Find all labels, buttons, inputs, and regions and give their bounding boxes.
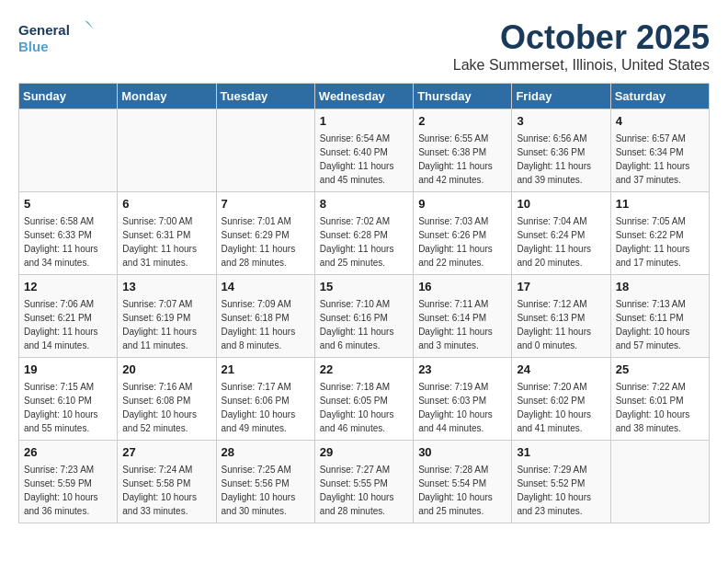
day-info: Sunrise: 7:07 AM Sunset: 6:19 PM Dayligh… [122,297,210,352]
calendar-cell: 16Sunrise: 7:11 AM Sunset: 6:14 PM Dayli… [414,275,512,358]
day-info: Sunrise: 7:04 AM Sunset: 6:24 PM Dayligh… [517,214,605,270]
column-header-thursday: Thursday [414,84,512,109]
calendar-cell: 13Sunrise: 7:07 AM Sunset: 6:19 PM Dayli… [118,275,216,358]
page-header: General Blue October 2025 Lake Summerset… [18,18,710,74]
calendar-cell [118,109,216,192]
day-info: Sunrise: 7:06 AM Sunset: 6:21 PM Dayligh… [24,297,112,352]
day-info: Sunrise: 7:22 AM Sunset: 6:01 PM Dayligh… [616,380,704,435]
day-info: Sunrise: 7:03 AM Sunset: 6:26 PM Dayligh… [418,214,506,270]
column-header-monday: Monday [118,84,216,109]
calendar-cell: 7Sunrise: 7:01 AM Sunset: 6:29 PM Daylig… [216,192,314,275]
calendar-cell: 15Sunrise: 7:10 AM Sunset: 6:16 PM Dayli… [314,275,413,358]
day-number: 18 [616,279,704,295]
calendar-week-1: 1Sunrise: 6:54 AM Sunset: 6:40 PM Daylig… [19,109,710,192]
day-number: 22 [320,362,408,378]
day-number: 11 [616,196,704,213]
calendar-table: SundayMondayTuesdayWednesdayThursdayFrid… [18,83,710,523]
svg-text:General: General [18,22,70,38]
calendar-cell: 3Sunrise: 6:56 AM Sunset: 6:36 PM Daylig… [512,109,610,192]
calendar-cell: 10Sunrise: 7:04 AM Sunset: 6:24 PM Dayli… [512,192,610,275]
day-number: 23 [418,362,506,378]
day-number: 1 [320,113,408,130]
column-header-wednesday: Wednesday [314,84,413,109]
day-number: 28 [222,444,310,461]
day-info: Sunrise: 7:02 AM Sunset: 6:28 PM Dayligh… [320,214,408,270]
calendar-cell [19,109,118,192]
calendar-cell: 26Sunrise: 7:23 AM Sunset: 5:59 PM Dayli… [19,441,118,523]
calendar-cell: 4Sunrise: 6:57 AM Sunset: 6:34 PM Daylig… [610,109,709,192]
calendar-cell: 22Sunrise: 7:18 AM Sunset: 6:05 PM Dayli… [314,358,413,441]
day-number: 13 [122,279,210,295]
calendar-cell: 14Sunrise: 7:09 AM Sunset: 6:18 PM Dayli… [216,275,314,358]
calendar-week-3: 12Sunrise: 7:06 AM Sunset: 6:21 PM Dayli… [19,275,710,358]
day-number: 10 [517,196,605,213]
day-number: 16 [418,279,506,295]
calendar-cell: 24Sunrise: 7:20 AM Sunset: 6:02 PM Dayli… [512,358,610,441]
calendar-cell: 27Sunrise: 7:24 AM Sunset: 5:58 PM Dayli… [118,441,216,523]
day-info: Sunrise: 7:27 AM Sunset: 5:55 PM Dayligh… [320,463,408,518]
day-info: Sunrise: 6:58 AM Sunset: 6:33 PM Dayligh… [24,214,112,270]
day-number: 19 [24,362,112,378]
day-number: 4 [616,113,704,130]
calendar-cell: 19Sunrise: 7:15 AM Sunset: 6:10 PM Dayli… [19,358,118,441]
day-number: 14 [222,279,310,295]
day-info: Sunrise: 7:11 AM Sunset: 6:14 PM Dayligh… [418,297,506,352]
calendar-cell: 23Sunrise: 7:19 AM Sunset: 6:03 PM Dayli… [414,358,512,441]
calendar-cell: 1Sunrise: 6:54 AM Sunset: 6:40 PM Daylig… [314,109,413,192]
day-info: Sunrise: 7:10 AM Sunset: 6:16 PM Dayligh… [320,297,408,352]
day-info: Sunrise: 6:55 AM Sunset: 6:38 PM Dayligh… [418,132,506,187]
calendar-cell [610,441,709,523]
day-info: Sunrise: 6:57 AM Sunset: 6:34 PM Dayligh… [616,132,704,187]
calendar-cell: 17Sunrise: 7:12 AM Sunset: 6:13 PM Dayli… [512,275,610,358]
column-header-friday: Friday [512,84,610,109]
day-number: 12 [24,279,112,295]
logo-icon: General Blue [18,18,101,59]
day-info: Sunrise: 7:01 AM Sunset: 6:29 PM Dayligh… [222,214,310,270]
calendar-cell: 31Sunrise: 7:29 AM Sunset: 5:52 PM Dayli… [512,441,610,523]
calendar-cell: 21Sunrise: 7:17 AM Sunset: 6:06 PM Dayli… [216,358,314,441]
column-header-sunday: Sunday [19,84,118,109]
day-number: 3 [517,113,605,130]
day-info: Sunrise: 7:28 AM Sunset: 5:54 PM Dayligh… [418,463,506,518]
day-info: Sunrise: 7:19 AM Sunset: 6:03 PM Dayligh… [418,380,506,435]
calendar-cell: 29Sunrise: 7:27 AM Sunset: 5:55 PM Dayli… [314,441,413,523]
calendar-cell: 18Sunrise: 7:13 AM Sunset: 6:11 PM Dayli… [610,275,709,358]
day-info: Sunrise: 7:29 AM Sunset: 5:52 PM Dayligh… [517,463,605,518]
calendar-cell: 25Sunrise: 7:22 AM Sunset: 6:01 PM Dayli… [610,358,709,441]
day-info: Sunrise: 7:05 AM Sunset: 6:22 PM Dayligh… [616,214,704,270]
day-number: 26 [24,444,112,461]
calendar-cell: 5Sunrise: 6:58 AM Sunset: 6:33 PM Daylig… [19,192,118,275]
day-number: 7 [222,196,310,213]
calendar-cell: 9Sunrise: 7:03 AM Sunset: 6:26 PM Daylig… [414,192,512,275]
location-title: Lake Summerset, Illinois, United States [453,57,710,74]
calendar-week-2: 5Sunrise: 6:58 AM Sunset: 6:33 PM Daylig… [19,192,710,275]
calendar-week-5: 26Sunrise: 7:23 AM Sunset: 5:59 PM Dayli… [19,441,710,523]
calendar-week-4: 19Sunrise: 7:15 AM Sunset: 6:10 PM Dayli… [19,358,710,441]
day-number: 5 [24,196,112,213]
day-info: Sunrise: 7:13 AM Sunset: 6:11 PM Dayligh… [616,297,704,352]
day-info: Sunrise: 7:15 AM Sunset: 6:10 PM Dayligh… [24,380,112,435]
day-info: Sunrise: 7:25 AM Sunset: 5:56 PM Dayligh… [222,463,310,518]
column-header-saturday: Saturday [610,84,709,109]
day-info: Sunrise: 7:17 AM Sunset: 6:06 PM Dayligh… [222,380,310,435]
day-number: 21 [222,362,310,378]
day-info: Sunrise: 7:12 AM Sunset: 6:13 PM Dayligh… [517,297,605,352]
day-number: 17 [517,279,605,295]
logo: General Blue [18,18,101,59]
day-info: Sunrise: 7:00 AM Sunset: 6:31 PM Dayligh… [122,214,210,270]
day-number: 15 [320,279,408,295]
day-info: Sunrise: 6:56 AM Sunset: 6:36 PM Dayligh… [517,132,605,187]
day-number: 2 [418,113,506,130]
day-info: Sunrise: 7:18 AM Sunset: 6:05 PM Dayligh… [320,380,408,435]
day-number: 24 [517,362,605,378]
day-info: Sunrise: 7:23 AM Sunset: 5:59 PM Dayligh… [24,463,112,518]
svg-text:Blue: Blue [18,39,49,54]
day-number: 27 [122,444,210,461]
calendar-cell: 20Sunrise: 7:16 AM Sunset: 6:08 PM Dayli… [118,358,216,441]
day-number: 6 [122,196,210,213]
calendar-cell: 6Sunrise: 7:00 AM Sunset: 6:31 PM Daylig… [118,192,216,275]
day-number: 31 [517,444,605,461]
calendar-cell [216,109,314,192]
month-title: October 2025 [453,18,710,57]
day-number: 9 [418,196,506,213]
